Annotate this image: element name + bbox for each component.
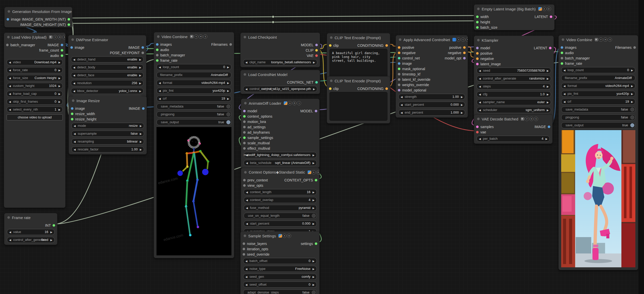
IMAGE-output-port[interactable] xyxy=(61,44,63,46)
widget-value[interactable]: AnimateDiff xyxy=(211,72,228,78)
widget-value[interactable]: 1.00 xyxy=(131,147,138,152)
widget-value[interactable]: Download.mp4 xyxy=(34,59,56,65)
stepper-right-arrow[interactable]: ▶ xyxy=(312,266,315,272)
widget-value[interactable]: 4 xyxy=(542,136,543,141)
stepper-right-arrow[interactable]: ▶ xyxy=(461,94,463,100)
resize_height-input-port[interactable] xyxy=(71,118,73,120)
VAE-output-port[interactable] xyxy=(315,54,318,57)
widget-value[interactable]: ◀▶value16 xyxy=(7,229,55,235)
node-animatediff-loader[interactable]: AnimateDiff LoaderAD1modelMODELcontext_o… xyxy=(241,99,320,168)
IMAGE_GEN_WIDTH (INT)-output-port[interactable] xyxy=(68,18,70,21)
widget-batch_offset[interactable]: ◀▶batch_offset0 xyxy=(243,258,317,264)
widget-save_metadata[interactable]: save_metadatafalse xyxy=(561,106,635,113)
collapse-dot[interactable] xyxy=(7,36,10,38)
stepper-right-arrow[interactable]: ▶ xyxy=(545,136,547,142)
CONDITIONING-output-port[interactable] xyxy=(385,87,388,90)
widget-save_metadata[interactable]: save_metadatafalse xyxy=(156,103,231,110)
widget-pix_fmt[interactable]: ◀▶pix_fmtyuv420p xyxy=(156,88,231,94)
stepper-left-arrow[interactable]: ◀ xyxy=(401,94,403,100)
widget-value[interactable]: FreeNoise xyxy=(295,266,310,271)
stepper-right-arrow[interactable]: ▶ xyxy=(58,107,60,112)
widget-value[interactable]: sqrt_linear (AnimateDiff) xyxy=(275,160,310,165)
widget-detect_body[interactable]: ◀▶detect_bodyenable xyxy=(71,64,144,70)
IMAGE-output-port[interactable] xyxy=(142,46,144,49)
widget-per_batch[interactable]: ◀▶per_batch4 xyxy=(477,136,550,142)
node-vae-decode-batched[interactable]: VAE Decode BatchedVHSsamplesIMAGEvae◀▶pe… xyxy=(474,114,553,144)
audio-input-port[interactable] xyxy=(561,52,563,54)
stepper-left-arrow[interactable]: ◀ xyxy=(479,136,481,142)
widget-value[interactable]: 0 xyxy=(309,258,310,264)
stepper-right-arrow[interactable]: ▶ xyxy=(312,152,315,158)
node-clip-text-encode-negative[interactable]: CLIP Text Encode (Prompt)clipCONDITIONIN… xyxy=(327,76,390,123)
stepper-left-arrow[interactable]: ◀ xyxy=(159,88,161,94)
widget-value[interactable]: 0.000 xyxy=(450,102,459,107)
stepper-left-arrow[interactable]: ◀ xyxy=(159,80,161,86)
CLIP-output-port[interactable] xyxy=(315,49,318,52)
stepper-right-arrow[interactable]: ▶ xyxy=(139,80,141,86)
stepper-right-arrow[interactable]: ▶ xyxy=(547,76,549,81)
widget-value[interactable]: 0 xyxy=(55,99,56,104)
stepper-right-arrow[interactable]: ▶ xyxy=(461,102,463,107)
widget-rescale_factor[interactable]: ◀▶rescale_factor1.00 xyxy=(71,146,144,152)
stepper-left-arrow[interactable]: ◀ xyxy=(73,72,75,78)
stepper-left-arrow[interactable]: ◀ xyxy=(245,258,247,264)
noise_layers-input-port[interactable] xyxy=(243,242,245,245)
stepper-right-arrow[interactable]: ▶ xyxy=(547,99,549,105)
stepper-left-arrow[interactable]: ◀ xyxy=(479,107,481,113)
widget-end_percent[interactable]: ◀▶end_percent1.000 xyxy=(398,110,465,116)
stepper-right-arrow[interactable]: ▶ xyxy=(227,64,229,70)
negative-input-port[interactable] xyxy=(398,52,400,54)
widget-value[interactable]: 0 xyxy=(55,91,56,96)
LATENT-output-port[interactable] xyxy=(549,47,552,49)
stepper-left-arrow[interactable]: ◀ xyxy=(9,75,11,81)
stepper-right-arrow[interactable]: ▶ xyxy=(140,123,142,129)
widget-value[interactable]: 756507205887639 xyxy=(517,68,545,73)
ad_settings-input-port[interactable] xyxy=(243,126,246,128)
widget-value[interactable]: 16 xyxy=(307,189,310,195)
node-frame-rate[interactable]: Frame rateINT◀▶value16◀▶control_after_ge… xyxy=(4,213,57,245)
node-dwpose-estimator[interactable]: DWPose EstimatorimageIMAGEPOSE_KEYPOINT◀… xyxy=(68,35,146,104)
prompt-textarea[interactable] xyxy=(329,92,387,121)
negative-output-port[interactable] xyxy=(463,52,466,54)
widget-value[interactable]: control_v11p_sd15_openpose.pth xyxy=(261,86,311,91)
stepper-left-arrow[interactable]: ◀ xyxy=(159,96,161,101)
MODEL-output-port[interactable] xyxy=(315,110,317,112)
stepper-left-arrow[interactable]: ◀ xyxy=(563,91,566,97)
widget-filename_prefix[interactable]: filename_prefixAnimateDiff xyxy=(156,72,231,78)
CONTEXT_OPTS-output-port[interactable] xyxy=(315,179,317,181)
widget-context_length[interactable]: ◀▶context_length16 xyxy=(244,189,317,195)
widget-value[interactable]: comfy xyxy=(302,274,310,279)
stepper-left-arrow[interactable]: ◀ xyxy=(74,139,76,144)
latent_image-input-port[interactable] xyxy=(476,63,479,65)
widget-value[interactable]: Custom Height xyxy=(35,75,56,81)
widget-filename_prefix[interactable]: filename_prefixAnimateDiff xyxy=(561,75,635,81)
stepper-left-arrow[interactable]: ◀ xyxy=(401,102,403,107)
collapse-dot[interactable] xyxy=(330,80,333,82)
stepper-right-arrow[interactable]: ▶ xyxy=(50,229,52,235)
widget-seed[interactable]: ◀▶seed756507205887639 xyxy=(477,68,551,74)
stepper-right-arrow[interactable]: ▶ xyxy=(139,57,141,62)
stepper-right-arrow[interactable]: ▶ xyxy=(312,160,315,166)
widget-loop_count[interactable]: ◀▶loop_count0 xyxy=(156,64,231,70)
widget-value[interactable]: 19 xyxy=(625,99,629,104)
stepper-left-arrow[interactable]: ◀ xyxy=(73,80,75,86)
widget-supersample[interactable]: ◀▶supersamplefalse xyxy=(71,131,144,137)
widget-value[interactable]: 0 xyxy=(223,64,225,70)
widget-value[interactable]: euler xyxy=(537,99,545,105)
stepper-right-arrow[interactable]: ▶ xyxy=(139,65,141,70)
CONTROL_NET-output-port[interactable] xyxy=(315,81,318,84)
widget-control_net_name[interactable]: ◀▶control_net_namecontrol_v11p_sd15_open… xyxy=(243,86,317,92)
frame_rate-input-port[interactable] xyxy=(156,59,159,62)
widget-resampling[interactable]: ◀▶resamplingbilinear xyxy=(71,138,144,145)
stepper-left-arrow[interactable]: ◀ xyxy=(246,189,248,195)
widget-context_overlap[interactable]: ◀▶context_overlap4 xyxy=(244,197,317,203)
widget-value[interactable]: video/h264-mp4 xyxy=(201,80,225,85)
prompt-textarea[interactable]: A beautiful girl dancing, pink long hair… xyxy=(329,49,387,78)
stepper-right-arrow[interactable]: ▶ xyxy=(312,197,315,203)
IMAGE-output-port[interactable] xyxy=(142,107,145,110)
prev_context-input-port[interactable] xyxy=(243,179,246,181)
toggle-circle[interactable] xyxy=(226,120,230,124)
widget-value[interactable]: 4 xyxy=(543,84,545,89)
toggle-circle[interactable] xyxy=(312,290,316,294)
stepper-right-arrow[interactable]: ▶ xyxy=(140,139,142,144)
